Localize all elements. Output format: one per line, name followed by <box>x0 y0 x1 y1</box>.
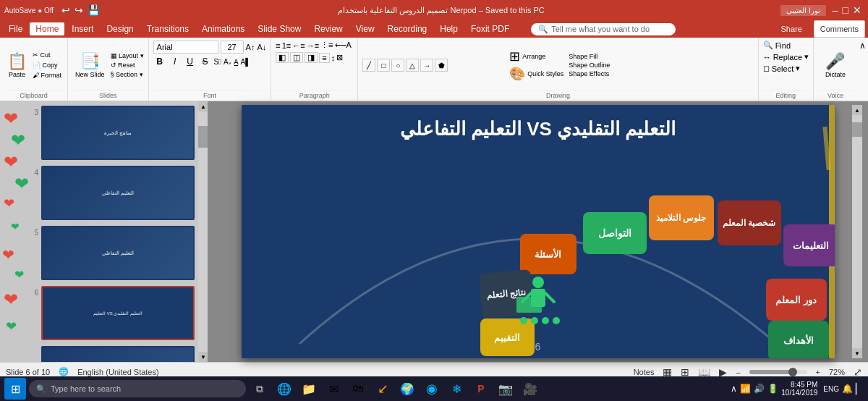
text-direction-button[interactable]: ⟵A <box>335 41 352 50</box>
taskbar-icon-files[interactable]: 📁 <box>298 378 320 400</box>
find-button[interactable]: 🔍 Find <box>763 41 809 50</box>
highlight-button[interactable]: A▌ <box>241 58 251 66</box>
shape-6[interactable]: ⬟ <box>435 59 448 72</box>
shape-3[interactable]: ○ <box>391 59 404 72</box>
menu-foxit[interactable]: Foxit PDF <box>465 22 515 35</box>
shape-outline-button[interactable]: Shape Outline <box>569 62 610 69</box>
format-painter-button[interactable]: 🖌 Format <box>31 71 63 80</box>
align-right-button[interactable]: ◨ <box>305 52 318 63</box>
arrange-button[interactable]: ⊞ Arrange <box>509 48 563 64</box>
font-color-button[interactable]: A̲ <box>234 58 239 66</box>
quick-styles-button[interactable]: 🎨 Quick Styles <box>509 66 563 82</box>
taskbar-search[interactable]: 🔍 Type here to search <box>29 380 246 397</box>
smart-art-button[interactable]: ⊠ <box>336 53 343 62</box>
line-spacing-button[interactable]: ↕ <box>331 54 336 62</box>
numbering-button[interactable]: 1≡ <box>282 41 292 50</box>
taskview-button[interactable]: ⧉ <box>249 378 271 400</box>
menu-file[interactable]: File <box>3 22 28 35</box>
character-spacing-button[interactable]: Aᵥ <box>224 58 231 66</box>
search-bar[interactable]: 🔍 Tell me what you want to do <box>531 23 676 35</box>
user-button[interactable]: نورا العتيبي <box>780 5 826 16</box>
zoom-slider[interactable] <box>749 370 807 374</box>
tray-icon-sound[interactable]: 🔊 <box>754 384 765 394</box>
new-slide-button[interactable]: 📑 New Slide <box>72 51 108 80</box>
canvas-scroll-thumb[interactable] <box>852 122 862 137</box>
slide-thumb-5[interactable]: 5 التعليم التفاعلي <box>3 224 196 282</box>
bold-button[interactable]: B <box>153 56 166 67</box>
slide-preview-6[interactable]: التعليم التقليدي VS التعليم <box>41 286 195 340</box>
ribbon-collapse-button[interactable]: ∧ <box>857 38 868 101</box>
taskbar-icon-arrow[interactable]: ↙ <box>372 378 393 400</box>
start-button[interactable]: ⊞ <box>4 378 26 400</box>
menu-design[interactable]: Design <box>101 22 139 35</box>
save-icon[interactable]: 💾 <box>85 4 102 16</box>
select-button[interactable]: ◻ Select ▾ <box>763 64 809 73</box>
zoom-handle[interactable] <box>788 368 797 376</box>
notification-button[interactable]: 🔔 <box>842 384 853 394</box>
slide-thumb-3[interactable]: 3 مناهج الخبرة <box>3 104 196 161</box>
increase-indent-button[interactable]: →≡ <box>307 41 319 50</box>
menu-insert[interactable]: Insert <box>66 22 99 35</box>
underline-button[interactable]: U <box>184 56 197 67</box>
shape-1[interactable]: ╱ <box>362 59 375 72</box>
menu-animations[interactable]: Animations <box>196 22 250 35</box>
italic-button[interactable]: I <box>169 56 182 67</box>
canvas-scroll-down[interactable]: ▼ <box>852 348 862 358</box>
taskbar-icon-app1[interactable]: ◉ <box>421 378 443 400</box>
cut-button[interactable]: ✂ Cut <box>31 51 63 59</box>
taskbar-icon-video[interactable]: 🎥 <box>519 378 541 400</box>
slide-preview-3[interactable]: مناهج الخبرة <box>41 106 195 160</box>
justify-button[interactable]: ≡ <box>319 53 329 63</box>
scroll-thumb[interactable] <box>198 126 208 148</box>
dictate-button[interactable]: 🎤 Dictate <box>818 41 853 90</box>
share-button[interactable]: Share <box>773 20 809 38</box>
notes-button[interactable]: Notes <box>634 368 655 376</box>
text-shadow-button[interactable]: S⃞ <box>214 58 221 66</box>
columns-button[interactable]: ⋮≡ <box>320 41 333 50</box>
copy-button[interactable]: 📄 Copy <box>31 61 63 69</box>
menu-review[interactable]: Review <box>308 22 348 35</box>
maximize-button[interactable]: □ <box>841 4 851 16</box>
tray-icon-1[interactable]: 📶 <box>740 384 751 394</box>
search-input[interactable]: Tell me what you want to do <box>551 25 650 33</box>
slide-thumb-6[interactable]: 6 التعليم التقليدي VS التعليم <box>3 284 196 342</box>
canvas-scrollbar[interactable]: ▲ ▼ <box>852 105 862 358</box>
zoom-level[interactable]: 72% <box>829 368 845 376</box>
menu-recording[interactable]: Recording <box>382 22 433 35</box>
menu-home[interactable]: Home <box>30 22 64 35</box>
shape-effects-button[interactable]: Shape Effects <box>569 70 610 77</box>
tray-arrow[interactable]: ∧ <box>731 384 737 394</box>
paste-button[interactable]: 📋 Paste <box>4 51 30 80</box>
slide-preview-7[interactable]: استخدامات الدروس التفاعلية <box>41 346 195 362</box>
taskbar-icon-powerpoint[interactable]: P <box>470 378 492 400</box>
shape-5[interactable]: → <box>420 59 433 72</box>
menu-view[interactable]: View <box>350 22 380 35</box>
slide-thumb-7[interactable]: استخدامات الدروس التفاعلية <box>3 345 196 362</box>
align-left-button[interactable]: ◧ <box>276 52 289 63</box>
reset-button[interactable]: ↺ Reset <box>111 62 144 69</box>
menu-transitions[interactable]: Transitions <box>141 22 195 35</box>
scroll-down-button[interactable]: ▼ <box>198 352 208 362</box>
tray-icon-battery[interactable]: 🔋 <box>767 384 778 394</box>
taskbar-icon-mail[interactable]: ✉ <box>323 378 344 400</box>
bullets-button[interactable]: ≡ <box>276 41 280 50</box>
show-desktop-button[interactable]: ▏ <box>856 383 864 394</box>
comments-button[interactable]: Comments <box>814 20 865 38</box>
minimize-button[interactable]: – <box>830 4 841 16</box>
zoom-in-button[interactable]: + <box>816 368 820 376</box>
font-size-input[interactable]: 27 <box>221 41 244 54</box>
slide-preview-4[interactable]: التعليم التفاعلي <box>41 166 195 220</box>
taskbar-icon-photo[interactable]: 📷 <box>495 378 516 400</box>
font-name-selector[interactable]: Arial <box>153 41 218 54</box>
decrease-font-button[interactable]: A↓ <box>257 43 266 51</box>
taskbar-icon-snowflake[interactable]: ❄ <box>446 378 467 400</box>
slide-panel-scrollbar[interactable]: ▲ ▼ <box>199 101 208 362</box>
shape-4[interactable]: △ <box>406 59 419 72</box>
align-center-button[interactable]: ◫ <box>290 52 303 63</box>
shape-fill-button[interactable]: Shape Fill <box>569 53 610 60</box>
scroll-up-button[interactable]: ▲ <box>198 101 208 111</box>
slide-thumb-4[interactable]: 4 التعليم التفاعلي <box>3 164 196 221</box>
slide-canvas[interactable]: التعليم التقليدي VS التعليم التفاعلي الت… <box>242 105 835 358</box>
zoom-out-button[interactable]: – <box>736 368 740 376</box>
increase-font-button[interactable]: A↑ <box>246 43 255 51</box>
